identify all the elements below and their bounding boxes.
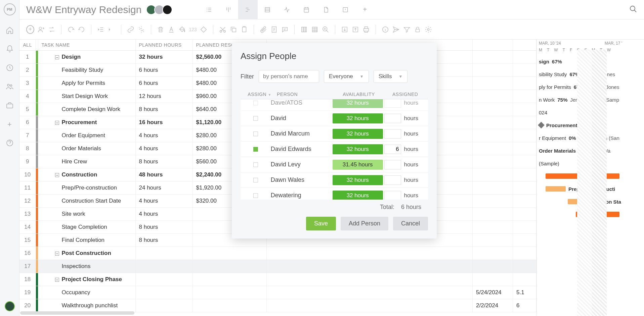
help-icon[interactable]	[6, 139, 14, 147]
fill-color-icon[interactable]	[178, 25, 186, 34]
task-row[interactable]: 16 Post Construction	[19, 247, 536, 260]
send-icon[interactable]	[392, 25, 400, 34]
assign-checkbox[interactable]	[253, 101, 258, 105]
lock-icon[interactable]	[414, 25, 422, 34]
assign-icon[interactable]	[37, 25, 45, 34]
col-planned-hours[interactable]: PLANNED HOURS	[135, 40, 192, 51]
col-assign[interactable]: ASSIGN ▼	[241, 92, 271, 97]
col-all[interactable]: ALL	[19, 40, 36, 51]
cut-icon[interactable]	[219, 25, 227, 34]
tab-file-icon[interactable]	[316, 0, 336, 19]
trash-icon[interactable]	[157, 25, 165, 34]
redo-icon[interactable]	[78, 25, 86, 34]
tab-gantt-icon[interactable]	[238, 0, 258, 19]
user-avatar[interactable]	[5, 301, 15, 311]
number-icon[interactable]: 123	[189, 25, 197, 34]
assign-checkbox[interactable]	[253, 147, 258, 152]
person-row[interactable]: David Edwards 32 hours hours	[241, 142, 428, 157]
person-row[interactable]: David Marcum 32 hours hours	[241, 126, 428, 142]
col-person[interactable]: PERSON	[271, 92, 332, 97]
home-icon[interactable]	[6, 26, 14, 34]
person-row[interactable]: David Levy 31.45 hours hours	[241, 157, 428, 172]
info-icon[interactable]	[381, 25, 389, 34]
indent-icon[interactable]	[108, 25, 116, 34]
assign-checkbox[interactable]	[253, 193, 258, 198]
print-icon[interactable]	[362, 25, 370, 34]
plus-icon[interactable]: +	[6, 120, 14, 128]
comment-icon[interactable]	[281, 25, 289, 34]
view-tabs: +	[199, 0, 375, 19]
tab-board-icon[interactable]	[219, 0, 238, 19]
hours-input[interactable]	[384, 191, 401, 200]
task-row[interactable]: 17 Inspections	[19, 260, 536, 273]
hours-input[interactable]	[384, 175, 401, 185]
clock-icon[interactable]	[6, 64, 14, 72]
task-row[interactable]: 19 Occupancy 5/24/20245.1	[19, 286, 536, 299]
undo-icon[interactable]	[67, 25, 75, 34]
search-icon[interactable]	[629, 5, 637, 14]
assign-checkbox[interactable]	[253, 131, 258, 136]
svg-rect-13	[243, 27, 246, 32]
svg-rect-16	[303, 27, 305, 32]
horizontal-scrollbar[interactable]	[20, 311, 134, 315]
app-logo[interactable]: PM	[4, 3, 16, 15]
export-icon[interactable]	[351, 25, 359, 34]
paste-icon[interactable]	[240, 25, 248, 34]
link-icon[interactable]	[127, 25, 135, 34]
bell-icon[interactable]	[6, 45, 14, 53]
note-icon[interactable]	[270, 25, 278, 34]
assign-checkbox[interactable]	[253, 162, 258, 167]
col-assigned[interactable]: ASSIGNED	[386, 92, 426, 97]
col-availability[interactable]: AVAILABILITY	[332, 92, 386, 97]
attach-icon[interactable]	[259, 25, 267, 34]
unlink-icon[interactable]	[137, 25, 145, 34]
text-color-icon[interactable]	[167, 25, 175, 34]
hours-input[interactable]	[384, 99, 401, 108]
hours-input[interactable]	[384, 160, 401, 169]
tab-alert-icon[interactable]	[336, 0, 355, 19]
save-button[interactable]: Save	[306, 217, 336, 230]
assign-people-modal: Assign People Filter Everyone▼ Skills▼ A…	[232, 43, 437, 239]
hours-input[interactable]	[384, 114, 401, 123]
svg-point-9	[39, 27, 42, 29]
people-icon[interactable]	[6, 83, 14, 91]
project-avatars[interactable]	[148, 5, 172, 15]
swap-icon[interactable]	[48, 25, 56, 34]
toolbar: + 123	[19, 19, 644, 40]
zoom-icon[interactable]	[321, 25, 330, 34]
people-list[interactable]: Dave/ATOS 32 hours hours David 32 hours …	[241, 99, 428, 200]
task-row[interactable]: 20 Walkthrough punchlist 2/2/20246	[19, 299, 536, 312]
person-row[interactable]: Dawn Wales 32 hours hours	[241, 172, 428, 188]
add-person-button[interactable]: Add Person	[341, 217, 388, 230]
tab-add-icon[interactable]: +	[355, 0, 375, 19]
gear-icon[interactable]	[424, 25, 432, 34]
hours-input[interactable]	[384, 145, 401, 154]
filter-label: Filter	[241, 73, 254, 80]
assign-checkbox[interactable]	[253, 116, 258, 121]
table-icon[interactable]	[311, 25, 319, 34]
everyone-select[interactable]: Everyone▼	[324, 70, 369, 83]
filter-icon[interactable]	[403, 25, 411, 34]
person-row[interactable]: David 32 hours hours	[241, 111, 428, 126]
gantt-panel[interactable]: MAR, 10 '24 MAR, 17 ' MTWTFSSMTW sign67%…	[536, 40, 644, 316]
tab-sheet-icon[interactable]	[258, 0, 277, 19]
filter-input[interactable]	[259, 70, 319, 83]
person-row[interactable]: Dewatering 32 hours hours	[241, 188, 428, 200]
import-icon[interactable]	[341, 25, 349, 34]
columns-icon[interactable]	[300, 25, 308, 34]
assign-checkbox[interactable]	[253, 178, 258, 182]
add-task-icon[interactable]: +	[26, 25, 34, 34]
tab-activity-icon[interactable]	[277, 0, 297, 19]
tab-calendar-icon[interactable]	[297, 0, 316, 19]
person-row[interactable]: Dave/ATOS 32 hours hours	[241, 99, 428, 111]
copy-icon[interactable]	[229, 25, 238, 34]
cancel-button[interactable]: Cancel	[393, 217, 428, 230]
task-row[interactable]: 18 Project Closing Phase	[19, 273, 536, 286]
shape-icon[interactable]	[200, 25, 208, 34]
tab-list-icon[interactable]	[199, 0, 219, 19]
briefcase-icon[interactable]	[6, 101, 14, 109]
hours-input[interactable]	[384, 129, 401, 139]
skills-select[interactable]: Skills▼	[374, 70, 408, 83]
outdent-icon[interactable]	[97, 25, 105, 34]
col-task-name[interactable]: TASK NAME	[38, 40, 135, 51]
